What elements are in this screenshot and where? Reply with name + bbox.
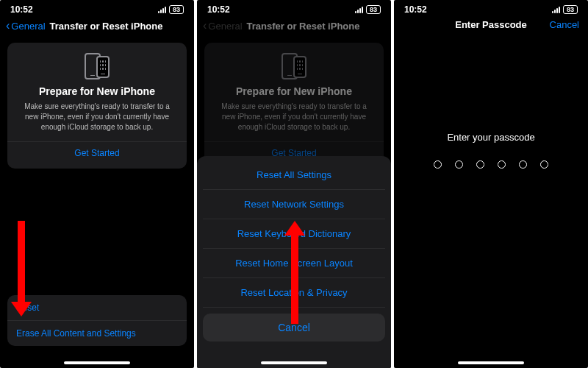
- signal-icon: [158, 7, 166, 13]
- status-time: 10:52: [404, 4, 427, 15]
- erase-button[interactable]: Erase All Content and Settings: [7, 321, 187, 346]
- nav-bar: ‹ General Transfer or Reset iPhone: [0, 16, 194, 38]
- back-chevron-icon[interactable]: ‹: [203, 19, 207, 32]
- reset-network-settings-button[interactable]: Reset Network Settings: [203, 190, 385, 219]
- reset-all-settings-button[interactable]: Reset All Settings: [203, 160, 385, 190]
- back-button[interactable]: General: [11, 21, 45, 32]
- reset-location-privacy-button[interactable]: Reset Location & Privacy: [203, 278, 385, 308]
- battery-icon: 83: [169, 5, 184, 14]
- passcode-dot: [434, 160, 442, 169]
- reset-button[interactable]: Reset: [7, 295, 187, 321]
- passcode-dot: [455, 160, 463, 169]
- bottom-options-list: Reset Erase All Content and Settings: [7, 295, 187, 346]
- card-title: Prepare for New iPhone: [212, 85, 376, 97]
- sheet-cancel-button[interactable]: Cancel: [203, 314, 385, 342]
- home-indicator: [261, 361, 327, 364]
- card-body: Make sure everything's ready to transfer…: [212, 102, 376, 132]
- nav-bar: Enter Passcode Cancel: [394, 16, 588, 36]
- reset-action-sheet: Reset All Settings Reset Network Setting…: [197, 156, 391, 368]
- status-bar: 10:52 83: [394, 0, 588, 16]
- devices-icon: [15, 53, 179, 79]
- reset-home-screen-layout-button[interactable]: Reset Home Screen Layout: [203, 249, 385, 278]
- card-title: Prepare for New iPhone: [15, 85, 179, 97]
- passcode-dot: [498, 160, 506, 169]
- status-bar: 10:52 83: [0, 0, 194, 16]
- battery-icon: 83: [563, 5, 578, 14]
- reset-keyboard-dictionary-button[interactable]: Reset Keyboard Dictionary: [203, 219, 385, 249]
- passcode-prompt: Enter your passcode: [394, 132, 588, 143]
- screenshot-1: 10:52 83 ‹ General Transfer or Reset iPh…: [0, 0, 194, 368]
- page-title: Transfer or Reset iPhone: [50, 21, 163, 32]
- prepare-card: Prepare for New iPhone Make sure everyth…: [204, 43, 384, 169]
- battery-icon: 83: [366, 5, 381, 14]
- back-button[interactable]: General: [208, 21, 242, 32]
- passcode-dots[interactable]: [394, 160, 588, 169]
- back-chevron-icon[interactable]: ‹: [6, 19, 10, 32]
- prepare-card: Prepare for New iPhone Make sure everyth…: [7, 43, 187, 169]
- get-started-button[interactable]: Get Started: [7, 141, 187, 158]
- card-body: Make sure everything's ready to transfer…: [15, 102, 179, 132]
- passcode-dot: [476, 160, 484, 169]
- signal-icon: [355, 7, 363, 13]
- screenshot-2: 10:52 83 ‹ General Transfer or Reset iPh…: [197, 0, 391, 368]
- status-time: 10:52: [10, 4, 33, 15]
- home-indicator: [64, 361, 130, 364]
- status-bar: 10:52 83: [197, 0, 391, 16]
- page-title: Enter Passcode: [455, 19, 527, 30]
- signal-icon: [552, 7, 560, 13]
- nav-bar: ‹ General Transfer or Reset iPhone: [197, 16, 391, 38]
- home-indicator: [458, 361, 524, 364]
- screenshot-3: 10:52 83 Enter Passcode Cancel Enter you…: [394, 0, 588, 368]
- passcode-entry: Enter your passcode: [394, 132, 588, 169]
- status-time: 10:52: [207, 4, 230, 15]
- page-title: Transfer or Reset iPhone: [247, 21, 360, 32]
- cancel-button[interactable]: Cancel: [550, 19, 579, 30]
- passcode-dot: [540, 160, 548, 169]
- devices-icon: [212, 53, 376, 79]
- passcode-dot: [519, 160, 527, 169]
